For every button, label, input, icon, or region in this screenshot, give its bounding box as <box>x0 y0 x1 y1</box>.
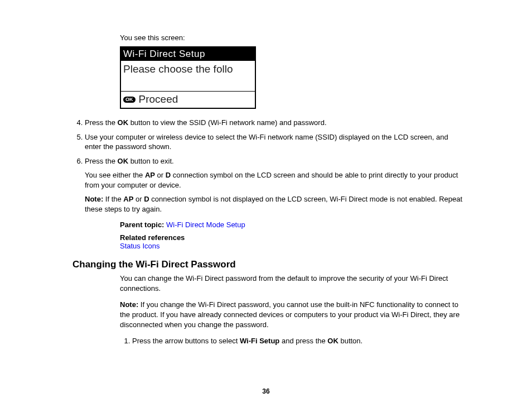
lcd-title: Wi-Fi Direct Setup <box>121 47 255 61</box>
section-step1-c: and press the <box>279 337 327 345</box>
related-label: Related references <box>120 233 185 242</box>
step-6-sub-d: D <box>166 171 171 179</box>
section-note: Note: If you change the Wi-Fi Direct pas… <box>120 300 465 329</box>
intro-text: You see this screen: <box>120 33 465 42</box>
heading-changing-password: Changing the Wi-Fi Direct Password <box>72 259 465 270</box>
lcd-body: Please choose the follo <box>121 61 255 91</box>
section-step1-e: button. <box>338 337 362 345</box>
lcd-screen-image: Wi-Fi Direct Setup Please choose the fol… <box>120 46 256 109</box>
step-6-note: Note: If the AP or D connection symbol i… <box>85 194 465 214</box>
step-5: Use your computer or wireless device to … <box>85 132 465 152</box>
parent-topic-label: Parent topic: <box>120 221 164 229</box>
step-6-sub-c: or <box>155 171 166 179</box>
step-6: Press the OK button to exit. You see eit… <box>85 156 465 214</box>
section-steps: Press the arrow buttons to select Wi-Fi … <box>120 336 465 346</box>
section-step1-a: Press the arrow buttons to select <box>132 337 240 345</box>
lcd-footer: OK Proceed <box>121 91 255 108</box>
step-6-note-e: D <box>144 195 149 203</box>
step-6-note-d: or <box>133 195 144 203</box>
section-p1: You can change the Wi-Fi Direct password… <box>120 274 465 293</box>
step-6-sub: You see either the AP or D connection sy… <box>85 170 465 190</box>
step-6-sub-a: You see either the <box>85 171 145 179</box>
section-body: You can change the Wi-Fi Direct password… <box>120 274 465 346</box>
step-6-note-label: Note: <box>85 195 103 203</box>
step-6-text-a: Press the <box>85 157 118 165</box>
page-number: 36 <box>0 387 532 395</box>
step-4-text-a: Press the <box>85 118 118 127</box>
lcd-proceed-text: Proceed <box>139 93 178 106</box>
step-4: Press the OK button to view the SSID (Wi… <box>85 118 465 128</box>
related-references: Related references Status Icons <box>120 233 465 250</box>
section-step-1: Press the arrow buttons to select Wi-Fi … <box>132 336 465 346</box>
step-4-bold: OK <box>118 118 129 127</box>
instruction-steps: Press the OK button to view the SSID (Wi… <box>72 118 465 214</box>
ok-icon: OK <box>123 97 136 103</box>
section-note-text: If you change the Wi-Fi Direct password,… <box>120 300 460 328</box>
section-step1-d: OK <box>327 337 338 345</box>
parent-topic-link[interactable]: Wi-Fi Direct Mode Setup <box>166 221 245 229</box>
parent-topic: Parent topic: Wi-Fi Direct Mode Setup <box>120 221 465 229</box>
section-note-label: Note: <box>120 300 138 309</box>
step-4-text-c: button to view the SSID (Wi-Fi network n… <box>128 118 326 127</box>
step-6-note-c: AP <box>123 195 133 203</box>
step-6-bold: OK <box>118 157 129 165</box>
step-6-note-b: If the <box>103 195 123 203</box>
step-6-sub-b: AP <box>145 171 155 179</box>
related-link[interactable]: Status Icons <box>120 242 160 250</box>
step-6-text-c: button to exit. <box>128 157 174 165</box>
section-step1-b: Wi-Fi Setup <box>240 337 279 345</box>
